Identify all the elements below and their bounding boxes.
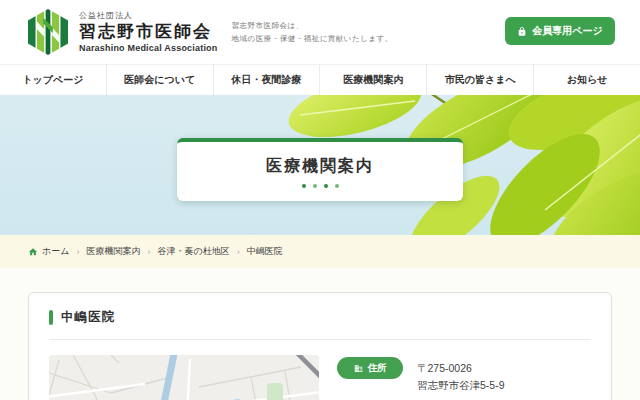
main-content: 中嶋医院 <box>0 268 640 400</box>
address-postal: 〒275-0026 <box>417 360 505 377</box>
association-logo-icon <box>25 8 71 56</box>
heading-accent-bar <box>49 310 53 325</box>
site-title-en: Narashino Medical Association <box>79 43 218 53</box>
site-logo-link[interactable]: 公益社団法人 習志野市医師会 Narashino Medical Associa… <box>25 8 218 56</box>
breadcrumb-home-label: ホーム <box>42 245 69 258</box>
member-page-button-label: 会員専用ページ <box>532 24 602 38</box>
main-nav: トップページ 医師会について 休日・夜間診療 医療機関案内 市民の皆さまへ お知… <box>0 64 640 95</box>
clinic-location-map[interactable] <box>49 355 319 400</box>
nav-item-top[interactable]: トップページ <box>0 65 106 95</box>
nav-item-holiday[interactable]: 休日・夜間診療 <box>213 65 320 95</box>
tagline-line2: 地域の医療・保健・福祉に貢献いたします。 <box>232 32 393 46</box>
hero-banner: 医療機関案内 <box>0 95 640 235</box>
breadcrumb-separator: › <box>147 247 150 257</box>
clinic-card-header: 中嶋医院 <box>49 309 591 326</box>
address-badge-label: 住所 <box>368 362 387 375</box>
nav-item-news[interactable]: お知らせ <box>533 65 640 95</box>
site-tagline: 習志野市医師会は、 地域の医療・保健・福祉に貢献いたします。 <box>232 19 393 46</box>
hero-title-card: 医療機関案内 <box>177 138 463 201</box>
hero-dots-decoration <box>302 184 339 188</box>
address-line: 習志野市谷津5-5-9 <box>417 377 505 394</box>
site-title: 習志野市医師会 <box>79 22 218 42</box>
nav-item-institutions[interactable]: 医療機関案内 <box>319 65 426 95</box>
breadcrumb-current-page: 中嶋医院 <box>247 245 283 258</box>
breadcrumb-separator: › <box>76 247 79 257</box>
org-type-label: 公益社団法人 <box>79 11 218 20</box>
address-row: 住所 〒275-0026 習志野市谷津5-5-9 <box>337 357 591 395</box>
breadcrumb: ホーム › 医療機関案内 › 谷津・奏の杜地区 › 中嶋医院 <box>0 235 640 268</box>
breadcrumb-separator: › <box>237 247 240 257</box>
breadcrumb-link-district[interactable]: 谷津・奏の杜地区 <box>157 245 229 258</box>
address-badge: 住所 <box>337 357 403 379</box>
building-icon <box>354 364 363 373</box>
address-value: 〒275-0026 習志野市谷津5-5-9 <box>417 357 505 395</box>
lock-icon <box>517 26 527 37</box>
divider <box>49 339 591 340</box>
clinic-info: 住所 〒275-0026 習志野市谷津5-5-9 電話番号 047-476-36 <box>337 355 591 400</box>
clinic-name: 中嶋医院 <box>61 309 115 326</box>
home-icon <box>28 247 38 257</box>
hero-page-title: 医療機関案内 <box>266 156 374 177</box>
site-header: 公益社団法人 習志野市医師会 Narashino Medical Associa… <box>0 0 640 64</box>
tagline-line1: 習志野市医師会は、 <box>232 19 393 33</box>
breadcrumb-link-institutions[interactable]: 医療機関案内 <box>86 245 140 258</box>
nav-item-citizens[interactable]: 市民の皆さまへ <box>426 65 533 95</box>
member-page-button[interactable]: 会員専用ページ <box>505 17 615 45</box>
nav-item-about[interactable]: 医師会について <box>106 65 213 95</box>
breadcrumb-home-link[interactable]: ホーム <box>28 245 69 258</box>
clinic-card-body: 住所 〒275-0026 習志野市谷津5-5-9 電話番号 047-476-36 <box>49 355 591 400</box>
clinic-card: 中嶋医院 <box>28 292 612 400</box>
